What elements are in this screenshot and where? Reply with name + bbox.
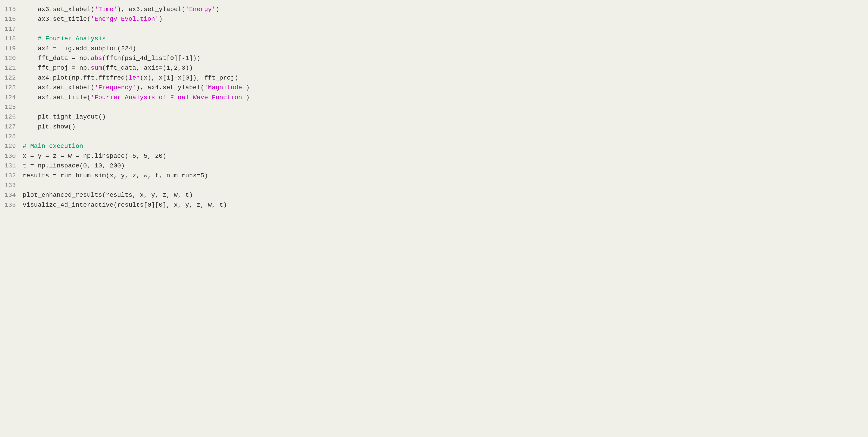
line-content: ax4.plot(np.fft.fftfreq(len(x), x[1]-x[0… [23,73,864,83]
token: 'Energy Evolution' [91,16,159,23]
token: x = y = z = w = np.linspace(-5, 5, 20) [23,152,166,159]
line-number: 117 [4,24,23,34]
line-number: 131 [4,161,23,171]
line-number: 129 [4,141,23,151]
line-number: 121 [4,63,23,73]
token: plt.tight_layout() [23,113,106,120]
code-line: 130x = y = z = w = np.linspace(-5, 5, 20… [0,151,868,161]
token: abs [91,55,102,62]
token: results = run_htum_sim(x, y, z, w, t, nu… [23,172,208,179]
line-content: fft_proj = np.sum(fft_data, axis=(1,2,3)… [23,63,864,73]
token: visualize_4d_interactive(results[0][0], … [23,202,227,208]
token: ) [246,84,250,91]
token: ), ax3.set_ylabel( [117,6,185,13]
code-line: 117 [0,24,868,34]
token: ) [159,16,162,23]
line-number: 133 [4,180,23,190]
line-number: 120 [4,53,23,63]
token: plot_enhanced_results(results, x, y, z, … [23,192,193,199]
token: # Fourier Analysis [23,35,106,42]
token: (fft_data, axis=(1,2,3)) [102,64,193,71]
line-number: 128 [4,132,23,141]
token: fft_proj = np. [23,64,91,71]
token: ax4.plot(np.fft.fftfreq( [23,75,128,81]
line-content: t = np.linspace(0, 10, 200) [23,161,864,171]
line-content: fft_data = np.abs(fftn(psi_4d_list[0][-1… [23,53,864,63]
line-number: 127 [4,122,23,132]
line-content: results = run_htum_sim(x, y, z, w, t, nu… [23,171,864,180]
line-content: x = y = z = w = np.linspace(-5, 5, 20) [23,151,864,161]
code-line: 126 plt.tight_layout() [0,112,868,122]
line-content [23,132,864,141]
line-number: 124 [4,93,23,102]
line-number: 116 [4,14,23,24]
token: ) [246,94,250,101]
line-content: # Fourier Analysis [23,34,864,43]
token: ax3.set_xlabel( [23,6,94,13]
line-content: ax3.set_title('Energy Evolution') [23,14,864,24]
token: ax3.set_title( [23,16,91,23]
token: plt.show() [23,123,75,130]
code-line: 115 ax3.set_xlabel('Time'), ax3.set_ylab… [0,4,868,14]
token: 'Time' [95,6,117,13]
line-number: 125 [4,102,23,112]
code-line: 135visualize_4d_interactive(results[0][0… [0,200,868,210]
line-content [23,102,864,112]
line-content [23,180,864,190]
token: len [129,75,140,81]
line-number: 130 [4,151,23,161]
code-line: 128 [0,132,868,141]
line-content: ax4.set_xlabel('Frequency'), ax4.set_yla… [23,83,864,92]
line-number: 132 [4,171,23,180]
code-line: 129# Main execution [0,141,868,151]
code-line: 119 ax4 = fig.add_subplot(224) [0,44,868,53]
code-line: 116 ax3.set_title('Energy Evolution') [0,14,868,24]
code-line: 124 ax4.set_title('Fourier Analysis of F… [0,93,868,102]
code-line: 118 # Fourier Analysis [0,34,868,43]
line-content [23,24,864,34]
token: (fftn(psi_4d_list[0][-1])) [102,55,200,62]
token: sum [91,64,102,71]
token: ax4.set_xlabel( [23,84,94,91]
token: 'Fourier Analysis of Final Wave Function… [91,94,246,101]
line-number: 134 [4,190,23,200]
token: fft_data = np. [23,55,91,62]
line-number: 122 [4,73,23,83]
token: ax4.set_title( [23,94,91,101]
code-line: 122 ax4.plot(np.fft.fftfreq(len(x), x[1]… [0,73,868,83]
token: ), ax4.set_ylabel( [136,84,204,91]
line-number: 126 [4,112,23,122]
line-content: ax4.set_title('Fourier Analysis of Final… [23,93,864,102]
line-content: # Main execution [23,141,864,151]
line-content: ax4 = fig.add_subplot(224) [23,44,864,53]
code-line: 125 [0,102,868,112]
code-line: 123 ax4.set_xlabel('Frequency'), ax4.set… [0,83,868,92]
token: 'Magnitude' [204,84,246,91]
line-content: ax3.set_xlabel('Time'), ax3.set_ylabel('… [23,4,864,14]
code-line: 132results = run_htum_sim(x, y, z, w, t,… [0,171,868,180]
code-line: 133 [0,180,868,190]
token: (x), x[1]-x[0]), fft_proj) [140,75,238,81]
line-content: plt.show() [23,122,864,132]
line-number: 118 [4,34,23,43]
line-content: visualize_4d_interactive(results[0][0], … [23,200,864,210]
token: ax4 = fig.add_subplot(224) [23,45,136,52]
code-editor: 115 ax3.set_xlabel('Time'), ax3.set_ylab… [0,0,868,214]
token: 'Energy' [185,6,215,13]
line-number: 119 [4,44,23,53]
token: t = np.linspace(0, 10, 200) [23,162,125,169]
line-number: 123 [4,83,23,92]
code-line: 134plot_enhanced_results(results, x, y, … [0,190,868,200]
code-line: 131t = np.linspace(0, 10, 200) [0,161,868,171]
line-number: 135 [4,200,23,210]
code-line: 127 plt.show() [0,122,868,132]
token: # Main execution [23,143,83,150]
token: ) [215,6,219,13]
code-line: 121 fft_proj = np.sum(fft_data, axis=(1,… [0,63,868,73]
token: 'Frequency' [95,84,136,91]
line-number: 115 [4,4,23,14]
line-content: plot_enhanced_results(results, x, y, z, … [23,190,864,200]
code-line: 120 fft_data = np.abs(fftn(psi_4d_list[0… [0,53,868,63]
line-content: plt.tight_layout() [23,112,864,122]
